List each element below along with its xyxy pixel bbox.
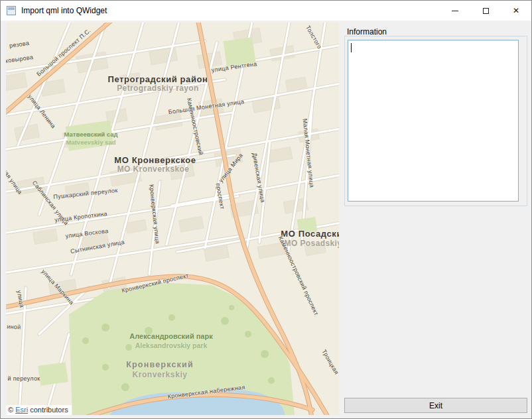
map-label: Саблинская улица xyxy=(31,180,70,227)
map-label: улица Ленина xyxy=(27,93,57,130)
map-label: улица Маркина xyxy=(40,268,76,306)
map-label: улица xyxy=(16,290,25,308)
close-button[interactable]: ✕ xyxy=(501,1,531,21)
information-textedit[interactable] xyxy=(348,40,519,202)
map-label: кая улица xyxy=(6,168,24,196)
app-window: Import qml into QWidget ✕ xyxy=(0,0,532,419)
app-icon xyxy=(7,6,16,15)
map-label: Matveevskiy sad xyxy=(66,139,116,146)
map-label: МО Посадский xyxy=(281,229,339,239)
map-label: Kronverkskiy xyxy=(132,370,187,379)
map-label: Матвеевский сад xyxy=(64,131,118,138)
map-label: Сытнинская улица xyxy=(70,239,125,255)
map-label: Пушкарский переулок xyxy=(53,187,118,200)
map-label: Малая Монетная улица xyxy=(302,118,316,188)
window-title: Import qml into QWidget xyxy=(21,6,107,15)
map-label: й переулок xyxy=(8,375,40,382)
map-label: Троицкая xyxy=(320,348,339,375)
map-label: Кронверкская набережная xyxy=(167,384,245,400)
map-label: Каменноостровский xyxy=(186,97,204,156)
map-labels-layer: Петроградский районPetrogradskiy rayonМО… xyxy=(6,23,339,415)
map-label: Дивенская улица xyxy=(251,152,266,204)
map-label: Большая Монетная улица xyxy=(168,98,245,115)
window-controls: ✕ xyxy=(440,1,531,21)
map-label: улица Воскова xyxy=(65,227,109,239)
map-attribution: © Esri contributors xyxy=(6,405,72,415)
map-label: Aleksandrovskiy park xyxy=(135,341,208,349)
map-label: улица Мира xyxy=(218,152,244,184)
map-view[interactable]: Петроградский районPetrogradskiy rayonМО… xyxy=(6,23,339,415)
map-label: Кронверкская улица xyxy=(148,184,161,245)
title-bar: Import qml into QWidget ✕ xyxy=(1,1,531,21)
minimize-icon xyxy=(452,11,458,11)
map-label: Александровский парк xyxy=(129,332,212,340)
map-label: Большой проспект П.С. xyxy=(35,27,92,78)
map-label: улица Кропоткина xyxy=(54,210,108,223)
map-label: MO Kronverkskoe xyxy=(117,164,190,174)
map-label: Кронверкский проспект xyxy=(121,272,189,294)
map-label: иной xyxy=(7,323,21,330)
esri-link[interactable]: Esri xyxy=(15,406,28,414)
information-groupbox-label: Information xyxy=(347,27,387,36)
map-label: проспект xyxy=(215,183,226,210)
map-label: Petrogradskiy rayon xyxy=(117,84,199,93)
attribution-text: contributors xyxy=(28,406,68,414)
close-icon: ✕ xyxy=(513,7,519,15)
map-label: Каменноостровский проспект xyxy=(277,235,320,317)
map-label: улица Рентгена xyxy=(211,60,257,74)
maximize-icon xyxy=(483,8,489,14)
map-label: MO Posadskiy xyxy=(285,239,339,248)
attribution-copyright: © xyxy=(8,406,15,414)
information-groupbox: Information xyxy=(344,27,527,206)
text-cursor xyxy=(351,43,352,52)
map-label: резова xyxy=(9,40,29,49)
map-label: Кронверкский xyxy=(126,360,194,369)
map-label: МО Кронверкское xyxy=(114,155,196,165)
map-label: Толстого xyxy=(304,25,323,50)
exit-button[interactable]: Exit xyxy=(344,398,527,413)
map-label: ковырова xyxy=(6,54,34,64)
maximize-button[interactable] xyxy=(470,1,501,21)
map-label: Петроградский район xyxy=(107,74,208,84)
minimize-button[interactable] xyxy=(440,1,470,21)
